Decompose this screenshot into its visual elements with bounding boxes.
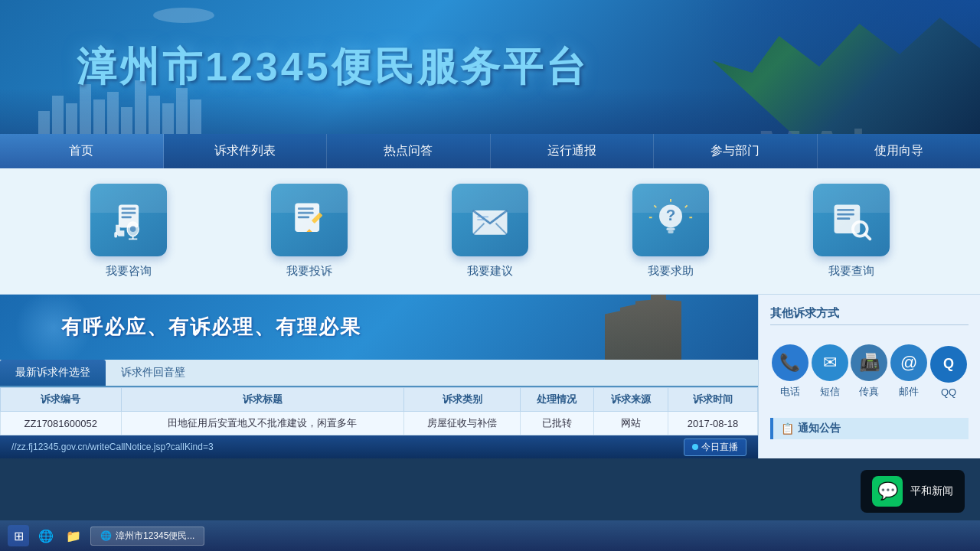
svg-rect-11 [298, 211, 314, 214]
taskbar-window-label: 漳州市12345便民... [116, 530, 194, 543]
sms-label: 短信 [820, 385, 840, 399]
help-icon-box: ? [632, 184, 709, 256]
svg-rect-3 [122, 216, 132, 218]
nav-item-report[interactable]: 运行通报 [491, 134, 655, 168]
nav-item-dept[interactable]: 参与部门 [654, 134, 818, 168]
nav-item-guide[interactable]: 使用向导 [818, 134, 981, 168]
svg-rect-31 [837, 213, 854, 215]
cell-status: 已批转 [520, 412, 594, 435]
contact-icons-row: 📞 电话 ✉ 短信 📠 传真 @ 邮件 Q QQ [770, 337, 969, 406]
cloud-decoration [153, 8, 214, 23]
wechat-logo: 💬 [872, 476, 903, 507]
consult-icon-box [90, 184, 167, 256]
quick-actions-section: 我要咨询 我要投诉 [0, 168, 980, 295]
svg-rect-18 [477, 216, 488, 217]
taskbar-ie[interactable]: 🌐 [35, 525, 57, 546]
suggest-label: 我要建议 [467, 264, 513, 279]
query-icon-box [813, 184, 890, 256]
main-nav: 首页 诉求件列表 热点问答 运行通报 参与部门 使用向导 [0, 134, 980, 168]
cell-category: 房屋征收与补偿 [404, 412, 520, 435]
col-header-id: 诉求编号 [1, 388, 122, 412]
email-label: 邮件 [899, 385, 919, 399]
svg-text:?: ? [666, 206, 676, 223]
right-panel: 其他诉求方式 📞 电话 ✉ 短信 📠 传真 @ 邮件 Q QQ [758, 295, 980, 458]
notice-title-text: 通知公告 [798, 422, 841, 435]
live-button[interactable]: 今日直播 [684, 439, 746, 456]
cell-time: 2017-08-18 [668, 412, 757, 435]
right-banner-decoration [674, 0, 980, 134]
taskbar-folder[interactable]: 📁 [63, 525, 84, 546]
tab-latest[interactable]: 最新诉求件选登 [0, 360, 106, 386]
tab-feedback[interactable]: 诉求件回音壁 [106, 360, 201, 386]
svg-line-23 [685, 205, 688, 207]
action-query[interactable]: 我要查询 [813, 184, 890, 279]
live-label: 今日直播 [701, 441, 738, 454]
action-help[interactable]: ? 我要求助 [632, 184, 709, 279]
tabs-row: 最新诉求件选登 诉求件回音壁 [0, 360, 758, 387]
svg-rect-27 [666, 227, 675, 230]
taskbar-browser-window[interactable]: 🌐 漳州市12345便民... [90, 527, 204, 546]
consult-icon [106, 197, 152, 243]
taskbar-start[interactable]: ⊞ [8, 525, 29, 546]
svg-rect-1 [122, 207, 136, 210]
svg-line-34 [865, 233, 871, 239]
suggest-icon-box [452, 184, 528, 256]
help-label: 我要求助 [648, 264, 694, 279]
live-dot [692, 444, 698, 450]
complaints-table: 诉求编号 诉求标题 诉求类别 处理情况 诉求来源 诉求时间 ZZ17081600… [0, 387, 758, 435]
action-suggest[interactable]: 我要建议 [452, 184, 528, 279]
contact-sms[interactable]: ✉ 短信 [812, 344, 848, 399]
svg-rect-8 [114, 232, 117, 238]
col-header-source: 诉求来源 [594, 388, 668, 412]
svg-point-5 [130, 226, 136, 232]
complain-icon-box [271, 184, 348, 256]
col-header-title: 诉求标题 [121, 388, 404, 412]
contact-section-title: 其他诉求方式 [770, 306, 969, 325]
action-complain[interactable]: 我要投诉 [271, 184, 348, 279]
taskbar-globe-icon: 🌐 [100, 530, 112, 541]
nav-item-list[interactable]: 诉求件列表 [164, 134, 328, 168]
notice-section: 📋 通知公告 [770, 418, 969, 439]
email-icon: @ [890, 344, 927, 381]
query-label: 我要查询 [828, 264, 874, 279]
query-icon [828, 197, 874, 243]
svg-rect-19 [477, 219, 485, 220]
wechat-overlay[interactable]: 💬 平和新闻 [861, 470, 965, 513]
nav-item-faq[interactable]: 热点问答 [327, 134, 491, 168]
col-header-status: 处理情况 [520, 388, 594, 412]
sms-icon: ✉ [812, 344, 848, 381]
svg-rect-28 [668, 230, 674, 233]
cell-source: 网站 [594, 412, 668, 435]
lower-section: 有呼必应、有诉必理、有理必果 最新诉求件选登 诉求件回音壁 诉求编号 诉求标题 … [0, 295, 980, 458]
notice-icon: 📋 [781, 422, 794, 435]
phone-icon: 📞 [772, 344, 808, 381]
phone-label: 电话 [780, 385, 800, 399]
mountain-decoration [712, 11, 980, 134]
complain-label: 我要投诉 [286, 264, 332, 279]
url-display: //zz.fj12345.gov.cn/writeCallNotice.jsp?… [11, 442, 214, 452]
contact-fax[interactable]: 📠 传真 [851, 344, 887, 399]
contact-qq[interactable]: Q QQ [930, 346, 967, 398]
promo-text: 有呼必应、有诉必理、有理必果 [61, 314, 361, 341]
col-header-time: 诉求时间 [668, 388, 757, 412]
help-icon: ? [648, 197, 694, 243]
nav-item-home[interactable]: 首页 [0, 134, 164, 168]
promo-banner: 有呼必应、有诉必理、有理必果 [0, 295, 758, 360]
svg-rect-2 [122, 211, 136, 214]
qq-icon: Q [930, 346, 967, 383]
contact-phone[interactable]: 📞 电话 [772, 344, 808, 399]
status-bar: //zz.fj12345.gov.cn/writeCallNotice.jsp?… [0, 435, 758, 458]
cell-id: ZZ17081600052 [1, 412, 122, 435]
svg-rect-32 [837, 217, 850, 220]
notice-title: 📋 通知公告 [770, 418, 969, 439]
fax-label: 传真 [859, 385, 879, 399]
contact-email[interactable]: @ 邮件 [890, 344, 927, 399]
site-title: 漳州市12345便民服务平台 [77, 41, 589, 94]
col-header-category: 诉求类别 [404, 388, 520, 412]
action-consult[interactable]: 我要咨询 [90, 184, 167, 279]
header-banner: 漳州市12345便民服务平台 MAins [0, 0, 980, 134]
banner-building-decoration [605, 295, 758, 360]
left-panel: 有呼必应、有诉必理、有理必果 最新诉求件选登 诉求件回音壁 诉求编号 诉求标题 … [0, 295, 758, 458]
table-row[interactable]: ZZ17081600052 田地征用后安置地又不批准建设，闲置多年 房屋征收与补… [1, 412, 758, 435]
fax-icon: 📠 [851, 344, 887, 381]
